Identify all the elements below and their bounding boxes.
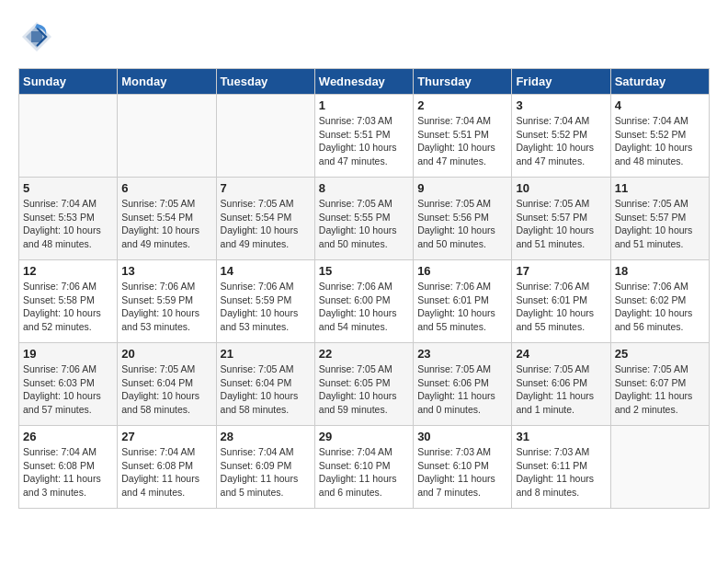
calendar-cell: 22Sunrise: 7:05 AM Sunset: 6:05 PM Dayli… xyxy=(314,343,413,426)
day-info: Sunrise: 7:05 AM Sunset: 5:55 PM Dayligh… xyxy=(319,197,409,251)
day-number: 27 xyxy=(121,430,211,443)
header-wednesday: Wednesday xyxy=(314,69,413,95)
day-info: Sunrise: 7:05 AM Sunset: 6:04 PM Dayligh… xyxy=(221,362,311,417)
day-info: Sunrise: 7:06 AM Sunset: 6:01 PM Dayligh… xyxy=(417,280,507,334)
calendar-cell: 8Sunrise: 7:05 AM Sunset: 5:55 PM Daylig… xyxy=(314,178,413,260)
day-number: 13 xyxy=(121,264,211,278)
calendar-cell: 28Sunrise: 7:04 AM Sunset: 6:09 PM Dayli… xyxy=(216,426,314,509)
logo-icon xyxy=(18,18,55,59)
day-info: Sunrise: 7:03 AM Sunset: 6:11 PM Dayligh… xyxy=(516,445,606,500)
calendar-body: 1Sunrise: 7:03 AM Sunset: 5:51 PM Daylig… xyxy=(19,95,710,509)
day-number: 22 xyxy=(319,347,409,361)
week-row-0: 1Sunrise: 7:03 AM Sunset: 5:51 PM Daylig… xyxy=(19,95,710,178)
day-number: 2 xyxy=(417,98,507,112)
day-number: 23 xyxy=(417,347,507,361)
calendar-cell: 12Sunrise: 7:06 AM Sunset: 5:58 PM Dayli… xyxy=(19,260,118,343)
calendar-cell xyxy=(216,95,314,178)
day-info: Sunrise: 7:04 AM Sunset: 5:51 PM Dayligh… xyxy=(417,114,507,168)
day-info: Sunrise: 7:05 AM Sunset: 6:07 PM Dayligh… xyxy=(615,362,705,417)
day-info: Sunrise: 7:05 AM Sunset: 5:56 PM Dayligh… xyxy=(417,197,507,251)
calendar-cell: 16Sunrise: 7:06 AM Sunset: 6:01 PM Dayli… xyxy=(414,260,512,343)
day-number: 18 xyxy=(615,264,705,278)
day-info: Sunrise: 7:04 AM Sunset: 5:52 PM Dayligh… xyxy=(516,114,606,168)
day-info: Sunrise: 7:04 AM Sunset: 6:10 PM Dayligh… xyxy=(319,445,409,500)
day-number: 10 xyxy=(516,181,606,195)
calendar-cell xyxy=(118,95,216,178)
calendar-cell: 14Sunrise: 7:06 AM Sunset: 5:59 PM Dayli… xyxy=(216,260,314,343)
day-number: 7 xyxy=(221,181,311,195)
day-number: 21 xyxy=(221,347,311,361)
calendar-header: SundayMondayTuesdayWednesdayThursdayFrid… xyxy=(19,69,710,95)
header-thursday: Thursday xyxy=(414,69,512,95)
header-row: SundayMondayTuesdayWednesdayThursdayFrid… xyxy=(19,69,710,95)
day-info: Sunrise: 7:05 AM Sunset: 5:54 PM Dayligh… xyxy=(221,197,311,251)
week-row-1: 5Sunrise: 7:04 AM Sunset: 5:53 PM Daylig… xyxy=(19,178,710,260)
calendar-cell: 5Sunrise: 7:04 AM Sunset: 5:53 PM Daylig… xyxy=(19,178,118,260)
day-info: Sunrise: 7:04 AM Sunset: 6:08 PM Dayligh… xyxy=(121,445,211,500)
day-number: 17 xyxy=(516,264,606,278)
day-info: Sunrise: 7:05 AM Sunset: 6:06 PM Dayligh… xyxy=(417,362,507,417)
day-info: Sunrise: 7:06 AM Sunset: 5:58 PM Dayligh… xyxy=(23,280,113,334)
day-number: 31 xyxy=(516,430,606,443)
day-number: 3 xyxy=(516,98,606,112)
calendar-cell: 24Sunrise: 7:05 AM Sunset: 6:06 PM Dayli… xyxy=(512,343,610,426)
page-header xyxy=(18,18,710,59)
calendar-cell: 10Sunrise: 7:05 AM Sunset: 5:57 PM Dayli… xyxy=(512,178,610,260)
calendar-cell: 30Sunrise: 7:03 AM Sunset: 6:10 PM Dayli… xyxy=(414,426,512,509)
calendar-cell: 27Sunrise: 7:04 AM Sunset: 6:08 PM Dayli… xyxy=(118,426,216,509)
day-info: Sunrise: 7:06 AM Sunset: 6:00 PM Dayligh… xyxy=(319,280,409,334)
calendar-cell: 4Sunrise: 7:04 AM Sunset: 5:52 PM Daylig… xyxy=(610,95,709,178)
day-info: Sunrise: 7:05 AM Sunset: 6:05 PM Dayligh… xyxy=(319,362,409,417)
day-number: 16 xyxy=(417,264,507,278)
day-number: 15 xyxy=(319,264,409,278)
day-number: 20 xyxy=(121,347,211,361)
day-number: 12 xyxy=(23,264,113,278)
calendar-cell: 1Sunrise: 7:03 AM Sunset: 5:51 PM Daylig… xyxy=(314,95,413,178)
day-number: 8 xyxy=(319,181,409,195)
day-info: Sunrise: 7:06 AM Sunset: 5:59 PM Dayligh… xyxy=(221,280,311,334)
day-info: Sunrise: 7:06 AM Sunset: 6:02 PM Dayligh… xyxy=(615,280,705,334)
calendar-cell: 19Sunrise: 7:06 AM Sunset: 6:03 PM Dayli… xyxy=(19,343,118,426)
day-info: Sunrise: 7:04 AM Sunset: 5:53 PM Dayligh… xyxy=(23,197,113,251)
day-number: 9 xyxy=(417,181,507,195)
day-number: 26 xyxy=(23,430,113,443)
day-info: Sunrise: 7:05 AM Sunset: 6:04 PM Dayligh… xyxy=(121,362,211,417)
day-info: Sunrise: 7:06 AM Sunset: 5:59 PM Dayligh… xyxy=(121,280,211,334)
day-number: 5 xyxy=(23,181,113,195)
calendar-cell: 21Sunrise: 7:05 AM Sunset: 6:04 PM Dayli… xyxy=(216,343,314,426)
day-number: 4 xyxy=(615,98,705,112)
calendar-cell: 11Sunrise: 7:05 AM Sunset: 5:57 PM Dayli… xyxy=(610,178,709,260)
calendar-cell: 6Sunrise: 7:05 AM Sunset: 5:54 PM Daylig… xyxy=(118,178,216,260)
day-number: 30 xyxy=(417,430,507,443)
day-number: 19 xyxy=(23,347,113,361)
week-row-2: 12Sunrise: 7:06 AM Sunset: 5:58 PM Dayli… xyxy=(19,260,710,343)
calendar-cell: 15Sunrise: 7:06 AM Sunset: 6:00 PM Dayli… xyxy=(314,260,413,343)
header-tuesday: Tuesday xyxy=(216,69,314,95)
day-number: 25 xyxy=(615,347,705,361)
calendar-cell: 17Sunrise: 7:06 AM Sunset: 6:01 PM Dayli… xyxy=(512,260,610,343)
calendar-table: SundayMondayTuesdayWednesdayThursdayFrid… xyxy=(18,68,710,509)
day-number: 11 xyxy=(615,181,705,195)
day-number: 1 xyxy=(319,98,409,112)
day-info: Sunrise: 7:05 AM Sunset: 5:54 PM Dayligh… xyxy=(121,197,211,251)
day-info: Sunrise: 7:06 AM Sunset: 6:03 PM Dayligh… xyxy=(23,362,113,417)
day-number: 6 xyxy=(121,181,211,195)
day-info: Sunrise: 7:06 AM Sunset: 6:01 PM Dayligh… xyxy=(516,280,606,334)
calendar-cell: 9Sunrise: 7:05 AM Sunset: 5:56 PM Daylig… xyxy=(414,178,512,260)
calendar-cell: 31Sunrise: 7:03 AM Sunset: 6:11 PM Dayli… xyxy=(512,426,610,509)
day-number: 24 xyxy=(516,347,606,361)
calendar-cell: 25Sunrise: 7:05 AM Sunset: 6:07 PM Dayli… xyxy=(610,343,709,426)
calendar-cell: 2Sunrise: 7:04 AM Sunset: 5:51 PM Daylig… xyxy=(414,95,512,178)
day-info: Sunrise: 7:04 AM Sunset: 6:08 PM Dayligh… xyxy=(23,445,113,500)
calendar-cell xyxy=(19,95,118,178)
day-info: Sunrise: 7:04 AM Sunset: 5:52 PM Dayligh… xyxy=(615,114,705,168)
day-info: Sunrise: 7:05 AM Sunset: 5:57 PM Dayligh… xyxy=(516,197,606,251)
calendar-cell: 26Sunrise: 7:04 AM Sunset: 6:08 PM Dayli… xyxy=(19,426,118,509)
header-friday: Friday xyxy=(512,69,610,95)
week-row-4: 26Sunrise: 7:04 AM Sunset: 6:08 PM Dayli… xyxy=(19,426,710,509)
header-saturday: Saturday xyxy=(610,69,709,95)
calendar-cell: 18Sunrise: 7:06 AM Sunset: 6:02 PM Dayli… xyxy=(610,260,709,343)
logo xyxy=(18,18,59,59)
day-number: 29 xyxy=(319,430,409,443)
calendar-cell: 13Sunrise: 7:06 AM Sunset: 5:59 PM Dayli… xyxy=(118,260,216,343)
